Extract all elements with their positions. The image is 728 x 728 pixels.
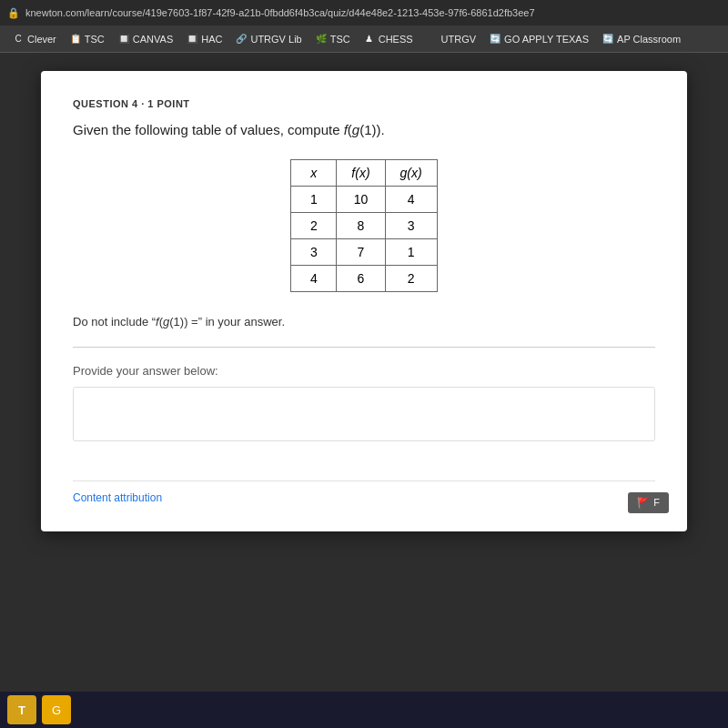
- content-attribution: Content attribution: [73, 480, 655, 504]
- quiz-card: QUESTION 4 · 1 POINT Given the following…: [41, 71, 687, 531]
- col-header-gx: g(x): [385, 159, 437, 186]
- table-cell-r1c1: 8: [337, 212, 385, 238]
- question-text: Given the following table of values, com…: [73, 120, 655, 141]
- table-cell-r3c2: 2: [385, 265, 437, 291]
- bookmark-utrgv[interactable]: 🔗UTRGV Lib: [230, 31, 306, 47]
- table-row: 283: [291, 212, 437, 238]
- bookmark-icon-utrgv2: [426, 33, 439, 46]
- question-math: f(g(1)).: [344, 122, 385, 137]
- question-text-before: Given the following table of values, com…: [73, 122, 344, 137]
- bookmark-label-hac: HAC: [201, 34, 222, 45]
- bookmark-hac[interactable]: 🔲HAC: [181, 31, 227, 47]
- table-header-row: x f(x) g(x): [291, 159, 437, 186]
- bookmark-icon-chess: ♟: [363, 33, 376, 46]
- bookmark-utrgv2[interactable]: UTRGV: [421, 31, 481, 47]
- feedback-icon: 🚩: [637, 497, 650, 509]
- bookmark-goapply[interactable]: 🔄GO APPLY TEXAS: [484, 31, 593, 47]
- bookmark-label-utrgv2: UTRGV: [441, 34, 477, 45]
- divider: [73, 347, 655, 348]
- bookmark-label-ap: AP Classroom: [617, 34, 681, 45]
- taskbar: T G: [0, 692, 728, 728]
- address-bar: 🔒 knewton.com/learn/course/419e7603-1f87…: [0, 0, 728, 25]
- table-cell-r2c2: 1: [385, 238, 437, 265]
- screen-content: QUESTION 4 · 1 POINT Given the following…: [0, 53, 728, 728]
- bookmark-icon-canvas: 🔲: [117, 33, 130, 46]
- table-cell-r3c1: 6: [337, 265, 385, 291]
- taskbar-item-t[interactable]: T: [7, 695, 36, 724]
- question-label: QUESTION 4 · 1 POINT: [73, 98, 655, 109]
- bookmark-icon-tsc2: 🌿: [315, 33, 328, 46]
- col-header-x: x: [291, 159, 337, 186]
- bookmark-label-canvas: CANVAS: [133, 34, 173, 45]
- table-cell-r2c1: 7: [337, 238, 385, 265]
- feedback-label: F: [653, 497, 660, 508]
- hint-after: ” in your answer.: [198, 315, 285, 329]
- hint-before: Do not include “: [73, 315, 156, 329]
- table-row: 462: [291, 265, 437, 291]
- col-header-fx: f(x): [337, 159, 385, 186]
- table-cell-r3c0: 4: [291, 265, 337, 291]
- bookmark-label-clever: Clever: [27, 34, 56, 45]
- bookmark-icon-utrgv: 🔗: [235, 33, 248, 46]
- hint-math: f(g(1)) =: [156, 315, 198, 329]
- bookmark-tsc2[interactable]: 🌿TSC: [310, 31, 355, 47]
- hint-text: Do not include “f(g(1)) =” in your answe…: [73, 315, 655, 329]
- bookmark-clever[interactable]: CClever: [7, 31, 61, 47]
- bookmark-icon-tsc1: 📋: [69, 33, 82, 46]
- feedback-button[interactable]: 🚩 F: [628, 492, 669, 513]
- table-cell-r1c2: 3: [385, 212, 437, 238]
- bookmarks-bar: CClever📋TSC🔲CANVAS🔲HAC🔗UTRGV Lib🌿TSC♟CHE…: [0, 25, 728, 53]
- address-text[interactable]: knewton.com/learn/course/419e7603-1f87-4…: [25, 7, 721, 18]
- bookmark-label-tsc1: TSC: [85, 34, 105, 45]
- table-cell-r2c0: 3: [291, 238, 337, 265]
- bookmark-icon-ap: 🔄: [602, 33, 614, 46]
- table-cell-r1c0: 2: [291, 212, 337, 238]
- bookmark-ap[interactable]: 🔄AP Classroom: [597, 31, 685, 47]
- content-attribution-link[interactable]: Content attribution: [73, 491, 162, 504]
- browser-chrome: 🔒 knewton.com/learn/course/419e7603-1f87…: [0, 0, 728, 53]
- table-cell-r0c2: 4: [385, 186, 437, 212]
- bookmark-icon-clever: C: [12, 33, 25, 46]
- taskbar-item-g[interactable]: G: [42, 695, 71, 724]
- answer-input[interactable]: [73, 387, 655, 441]
- table-row: 1104: [291, 186, 437, 212]
- table-cell-r0c1: 10: [337, 186, 385, 212]
- bookmark-icon-goapply: 🔄: [489, 33, 501, 46]
- bookmark-chess[interactable]: ♟CHESS: [359, 31, 418, 47]
- values-table: x f(x) g(x) 1104283371462: [290, 159, 437, 292]
- table-cell-r0c0: 1: [291, 186, 337, 212]
- bookmark-label-utrgv: UTRGV Lib: [250, 34, 301, 45]
- answer-label: Provide your answer below:: [73, 364, 655, 378]
- lock-icon: 🔒: [7, 7, 20, 19]
- bookmark-canvas[interactable]: 🔲CANVAS: [113, 31, 177, 47]
- table-row: 371: [291, 238, 437, 265]
- bookmark-label-goapply: GO APPLY TEXAS: [504, 34, 589, 45]
- bookmark-label-tsc2: TSC: [330, 34, 350, 45]
- bookmark-icon-hac: 🔲: [186, 33, 198, 46]
- bookmark-tsc1[interactable]: 📋TSC: [65, 31, 109, 47]
- bookmark-label-chess: CHESS: [379, 34, 413, 45]
- table-container: x f(x) g(x) 1104283371462: [73, 159, 655, 292]
